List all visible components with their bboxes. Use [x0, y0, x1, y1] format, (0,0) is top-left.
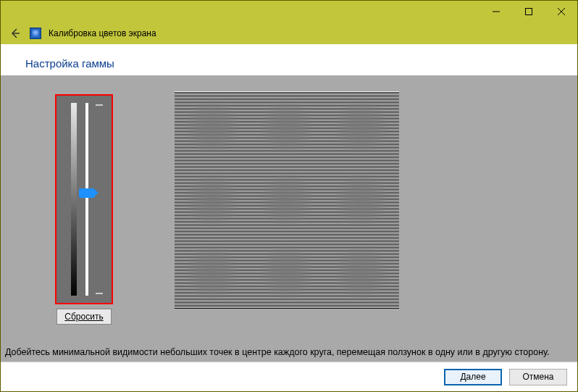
gamma-dot — [175, 236, 249, 309]
heading-area: Настройка гаммы — [1, 44, 577, 75]
gamma-dot — [175, 164, 249, 236]
maximize-button[interactable] — [512, 1, 545, 22]
slider-tick-max — [96, 104, 103, 106]
calibration-window: Калибровка цветов экрана Настройка гаммы… — [0, 0, 578, 392]
gamma-dot — [249, 164, 324, 236]
next-button[interactable]: Далее — [444, 369, 502, 385]
slider-thumb[interactable] — [79, 188, 95, 198]
page-heading: Настройка гаммы — [25, 57, 553, 70]
app-icon — [30, 28, 41, 39]
back-button[interactable] — [8, 26, 22, 41]
minimize-button[interactable] — [479, 1, 512, 22]
app-title: Калибровка цветов экрана — [49, 28, 156, 38]
gamma-dot — [249, 236, 324, 309]
gamma-test-pattern — [175, 91, 399, 309]
header-strip: Калибровка цветов экрана — [1, 22, 577, 44]
slider-gradient-track — [71, 103, 77, 296]
svg-rect-1 — [525, 9, 532, 15]
titlebar — [1, 1, 577, 22]
reset-button-label: Сбросить — [64, 312, 103, 322]
slider-track — [85, 103, 88, 296]
cancel-button[interactable]: Отмена — [509, 369, 567, 385]
gamma-dot — [175, 91, 249, 164]
gamma-slider-group: Сбросить — [51, 94, 117, 325]
caption-buttons — [479, 1, 577, 22]
gamma-dot — [249, 91, 324, 164]
gamma-slider[interactable] — [55, 94, 113, 304]
gamma-dot — [324, 236, 399, 309]
slider-tick-min — [96, 293, 103, 294]
instruction-text: Добейтесь минимальной видимости небольши… — [1, 347, 577, 357]
footer: Далее Отмена — [1, 362, 577, 391]
reset-button[interactable]: Сбросить — [56, 309, 111, 325]
gamma-dot — [324, 164, 399, 236]
close-button[interactable] — [545, 1, 577, 22]
gamma-dot — [324, 91, 399, 164]
content-area: Сбросить Добейтесь минимальной видимости… — [1, 75, 577, 362]
